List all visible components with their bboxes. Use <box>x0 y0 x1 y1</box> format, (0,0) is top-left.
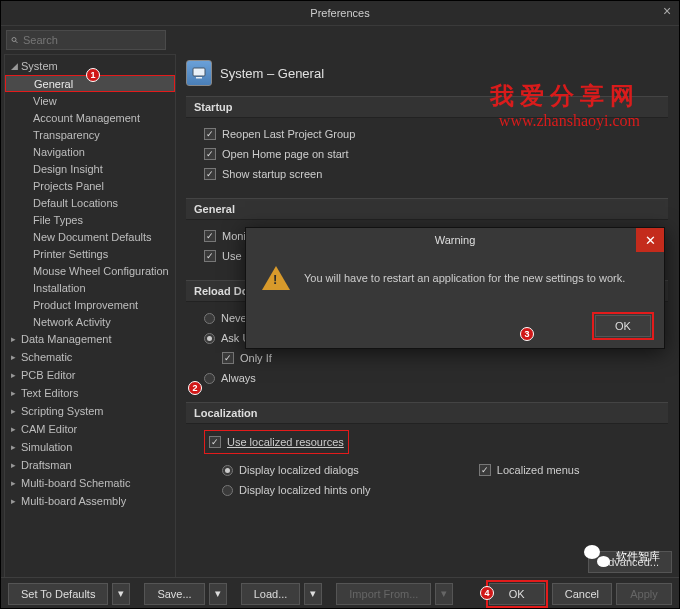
save-button[interactable]: Save... <box>144 583 204 605</box>
annotation-2: 2 <box>188 381 202 395</box>
section-general: General <box>186 198 668 220</box>
tree-node-data[interactable]: ▸Data Management <box>5 330 175 348</box>
warning-ok-button[interactable]: OK <box>595 315 651 337</box>
search-box[interactable] <box>6 30 166 50</box>
tree-item-newdoc[interactable]: New Document Defaults <box>5 228 175 245</box>
chk-showstart[interactable]: ✓Show startup screen <box>204 164 668 184</box>
window-title: Preferences <box>310 7 369 19</box>
radio-hints[interactable]: Display localized hints only <box>222 480 370 500</box>
tree-item-insight[interactable]: Design Insight <box>5 160 175 177</box>
annotation-3: 3 <box>520 327 534 341</box>
tree-item-account[interactable]: Account Management <box>5 109 175 126</box>
wechat-icon <box>584 545 610 567</box>
tree-sidebar: ◢System General View Account Management … <box>4 54 176 578</box>
warning-titlebar: Warning ✕ <box>246 228 664 252</box>
radio-always[interactable]: Always <box>204 368 668 388</box>
svg-point-0 <box>12 37 16 41</box>
tree-item-filetypes[interactable]: File Types <box>5 211 175 228</box>
tree-item-defaultloc[interactable]: Default Locations <box>5 194 175 211</box>
tree-node-pcb[interactable]: ▸PCB Editor <box>5 366 175 384</box>
chk-localized[interactable]: ✓Use localized resources <box>209 432 344 452</box>
tree-node-sim[interactable]: ▸Simulation <box>5 438 175 456</box>
svg-line-1 <box>16 41 18 43</box>
tree-item-view[interactable]: View <box>5 92 175 109</box>
warning-close-button[interactable]: ✕ <box>636 228 664 252</box>
tree-item-navigation[interactable]: Navigation <box>5 143 175 160</box>
footer: Set To Defaults ▾ Save... ▾ Load... ▾ Im… <box>0 577 680 609</box>
warning-icon <box>262 266 290 290</box>
tree-node-text[interactable]: ▸Text Editors <box>5 384 175 402</box>
watermark-text: 我爱分享网 <box>490 80 640 112</box>
load-dropdown[interactable]: ▾ <box>304 583 322 605</box>
tree-node-schematic[interactable]: ▸Schematic <box>5 348 175 366</box>
tree-node-mbasm[interactable]: ▸Multi-board Assembly <box>5 492 175 510</box>
tree-node-draft[interactable]: ▸Draftsman <box>5 456 175 474</box>
system-icon <box>186 60 212 86</box>
search-icon <box>11 35 19 46</box>
tree-item-projects[interactable]: Projects Panel <box>5 177 175 194</box>
close-icon[interactable]: × <box>660 4 674 18</box>
titlebar: Preferences × <box>0 0 680 26</box>
wechat-watermark: 软件智库 <box>584 545 660 567</box>
import-dropdown[interactable]: ▾ <box>435 583 453 605</box>
warning-message: You will have to restart an application … <box>304 272 625 284</box>
section-localization: Localization <box>186 402 668 424</box>
annotation-1: 1 <box>86 68 100 82</box>
defaults-dropdown[interactable]: ▾ <box>112 583 130 605</box>
annotation-4: 4 <box>480 586 494 600</box>
load-button[interactable]: Load... <box>241 583 301 605</box>
tree-node-cam[interactable]: ▸CAM Editor <box>5 420 175 438</box>
tree-item-printer[interactable]: Printer Settings <box>5 245 175 262</box>
tree-item-network[interactable]: Network Activity <box>5 313 175 330</box>
chk-openhome[interactable]: ✓Open Home page on start <box>204 144 668 164</box>
watermark-url: www.zhanshaoyi.com <box>499 112 640 130</box>
warning-dialog: Warning ✕ You will have to restart an ap… <box>245 227 665 349</box>
ok-button[interactable]: OK <box>489 583 545 605</box>
tree-item-product[interactable]: Product Improvement <box>5 296 175 313</box>
apply-button[interactable]: Apply <box>616 583 672 605</box>
svg-rect-2 <box>193 68 205 76</box>
tree-item-mousewheel[interactable]: Mouse Wheel Configuration <box>5 262 175 279</box>
import-button[interactable]: Import From... <box>336 583 431 605</box>
page-title: System – General <box>220 66 324 81</box>
chk-menus[interactable]: ✓Localized menus <box>479 460 580 480</box>
search-input[interactable] <box>23 34 161 46</box>
cancel-button[interactable]: Cancel <box>552 583 612 605</box>
tree-node-mbsch[interactable]: ▸Multi-board Schematic <box>5 474 175 492</box>
save-dropdown[interactable]: ▾ <box>209 583 227 605</box>
radio-dialogs[interactable]: Display localized dialogs <box>222 460 359 480</box>
svg-rect-3 <box>196 77 202 79</box>
tree-node-script[interactable]: ▸Scripting System <box>5 402 175 420</box>
chk-onlyif[interactable]: ✓Only If <box>204 348 668 368</box>
tree-item-installation[interactable]: Installation <box>5 279 175 296</box>
defaults-button[interactable]: Set To Defaults <box>8 583 108 605</box>
tree-item-transparency[interactable]: Transparency <box>5 126 175 143</box>
